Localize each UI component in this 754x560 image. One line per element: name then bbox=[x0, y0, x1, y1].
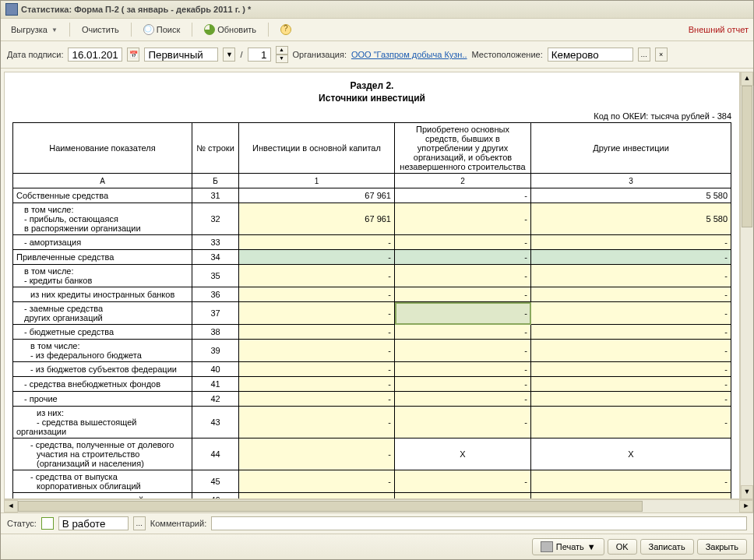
row-line-number: 33 bbox=[192, 235, 239, 250]
cell-value[interactable]: - bbox=[395, 302, 531, 325]
cell-value[interactable]: - bbox=[531, 302, 731, 325]
refresh-icon bbox=[204, 24, 215, 35]
save-button[interactable]: Записать bbox=[640, 539, 694, 555]
ok-button[interactable]: OK bbox=[608, 539, 637, 555]
export-button[interactable]: Выгрузка▼ bbox=[5, 23, 63, 37]
cell-value[interactable]: - bbox=[531, 325, 731, 340]
row-line-number: 32 bbox=[192, 203, 239, 235]
vertical-scrollbar[interactable]: ▲ ▼ bbox=[740, 72, 753, 499]
scroll-left-button[interactable]: ◄ bbox=[4, 500, 18, 512]
cell-value[interactable]: - bbox=[395, 407, 531, 438]
help-button[interactable] bbox=[275, 22, 297, 37]
cell-value[interactable]: - bbox=[239, 302, 395, 325]
print-button[interactable]: Печать ▼ bbox=[532, 538, 604, 555]
cell-value[interactable]: - bbox=[531, 287, 731, 302]
table-row: Собственные средства3167 961-5 580 bbox=[13, 188, 731, 203]
cell-value[interactable]: - bbox=[395, 203, 531, 235]
num-spinner[interactable]: ▲▼ bbox=[276, 46, 288, 63]
cell-value[interactable]: - bbox=[395, 470, 531, 493]
cell-value[interactable]: - bbox=[531, 340, 731, 362]
cell-value[interactable]: - bbox=[239, 407, 395, 438]
cell-value[interactable]: - bbox=[395, 188, 531, 203]
location-pick-button[interactable]: … bbox=[638, 48, 650, 62]
search-button[interactable]: Поиск bbox=[138, 22, 185, 37]
header-col3: Другие инвестиции bbox=[531, 123, 731, 174]
hscroll-thumb[interactable] bbox=[18, 501, 643, 512]
search-icon bbox=[143, 24, 154, 35]
cell-value[interactable]: - bbox=[531, 392, 731, 407]
cell-value[interactable]: - bbox=[239, 392, 395, 407]
cell-value[interactable]: 67 961 bbox=[239, 188, 395, 203]
cell-value[interactable]: - bbox=[531, 250, 731, 265]
cell-value[interactable]: - bbox=[239, 235, 395, 250]
row-name: в том числе:- прибыль, остающаясяв распо… bbox=[13, 203, 192, 235]
cell-value[interactable]: - bbox=[395, 265, 531, 287]
mode-select[interactable] bbox=[144, 48, 218, 62]
cell-value[interactable]: 5 580 bbox=[531, 203, 731, 235]
num-input[interactable] bbox=[248, 48, 271, 62]
cell-value[interactable]: X bbox=[395, 438, 531, 470]
cell-value[interactable]: - bbox=[395, 392, 531, 407]
row-name: - заемные средствадругих организаций bbox=[13, 302, 192, 325]
horizontal-scrollbar[interactable]: ◄ ► bbox=[4, 499, 753, 512]
table-row: Привлеченные средства34--- bbox=[13, 250, 731, 265]
cell-value[interactable]: - bbox=[531, 235, 731, 250]
cell-value[interactable]: - bbox=[531, 493, 731, 500]
cell-value[interactable]: 67 961 bbox=[239, 203, 395, 235]
status-input[interactable] bbox=[58, 516, 129, 530]
row-line-number: 36 bbox=[192, 287, 239, 302]
cell-value[interactable]: - bbox=[531, 265, 731, 287]
location-clear-button[interactable]: × bbox=[655, 48, 668, 62]
org-link[interactable]: ООО "Газпром добыча Кузн.. bbox=[351, 50, 467, 59]
scroll-right-button[interactable]: ► bbox=[739, 500, 753, 512]
external-report-link[interactable]: Внешний отчет bbox=[689, 25, 749, 34]
okei-note: Код по ОКЕИ: тысяча рублей - 384 bbox=[12, 111, 731, 121]
location-input[interactable] bbox=[548, 48, 633, 62]
cell-value[interactable]: - bbox=[239, 493, 395, 500]
scroll-thumb[interactable] bbox=[742, 86, 752, 227]
cell-value[interactable]: - bbox=[395, 362, 531, 377]
cell-value[interactable]: - bbox=[531, 470, 731, 493]
cell-value[interactable]: - bbox=[239, 340, 395, 362]
cell-value[interactable]: - bbox=[531, 377, 731, 392]
cell-value[interactable]: - bbox=[395, 377, 531, 392]
cell-value[interactable]: - bbox=[395, 250, 531, 265]
cell-value[interactable]: 5 580 bbox=[531, 188, 731, 203]
table-row: - заемные средствадругих организаций37--… bbox=[13, 302, 731, 325]
cell-value[interactable]: - bbox=[239, 377, 395, 392]
cell-value[interactable]: - bbox=[531, 407, 731, 438]
scroll-down-button[interactable]: ▼ bbox=[741, 485, 753, 499]
cell-value[interactable]: - bbox=[395, 340, 531, 362]
refresh-button[interactable]: Обновить bbox=[199, 22, 262, 37]
row-line-number: 37 bbox=[192, 302, 239, 325]
cell-value[interactable]: - bbox=[239, 265, 395, 287]
row-line-number: 46 bbox=[192, 493, 239, 500]
cell-value[interactable]: - bbox=[395, 235, 531, 250]
row-name: - средства, полученные от долевогоучасти… bbox=[13, 438, 192, 470]
cell-value[interactable]: - bbox=[239, 250, 395, 265]
cell-value[interactable]: - bbox=[239, 362, 395, 377]
section-subtitle: Источники инвестиций bbox=[12, 93, 731, 104]
help-icon bbox=[280, 24, 291, 35]
close-button[interactable]: Закрыть bbox=[697, 539, 747, 555]
subheader-b: Б bbox=[192, 174, 239, 188]
comment-input[interactable] bbox=[211, 516, 747, 530]
cell-value[interactable]: - bbox=[395, 287, 531, 302]
separator bbox=[69, 23, 70, 37]
mode-dropdown-button[interactable]: ▼ bbox=[223, 48, 235, 62]
header-col1: Инвестиции в основной капитал bbox=[239, 123, 395, 174]
cell-value[interactable]: - bbox=[239, 470, 395, 493]
date-input[interactable] bbox=[68, 48, 122, 62]
scroll-up-button[interactable]: ▲ bbox=[741, 72, 753, 86]
cell-value[interactable]: - bbox=[395, 325, 531, 340]
cell-value[interactable]: X bbox=[531, 438, 731, 470]
cell-value[interactable]: - bbox=[395, 493, 531, 500]
status-pick-button[interactable]: … bbox=[133, 516, 146, 530]
clear-button[interactable]: Очистить bbox=[76, 23, 125, 37]
cell-value[interactable]: - bbox=[531, 362, 731, 377]
bottom-bar: Печать ▼ OK Записать Закрыть bbox=[1, 534, 753, 559]
calendar-button[interactable]: 📅 bbox=[127, 48, 139, 62]
cell-value[interactable]: - bbox=[239, 325, 395, 340]
cell-value[interactable]: - bbox=[239, 438, 395, 470]
cell-value[interactable]: - bbox=[239, 287, 395, 302]
